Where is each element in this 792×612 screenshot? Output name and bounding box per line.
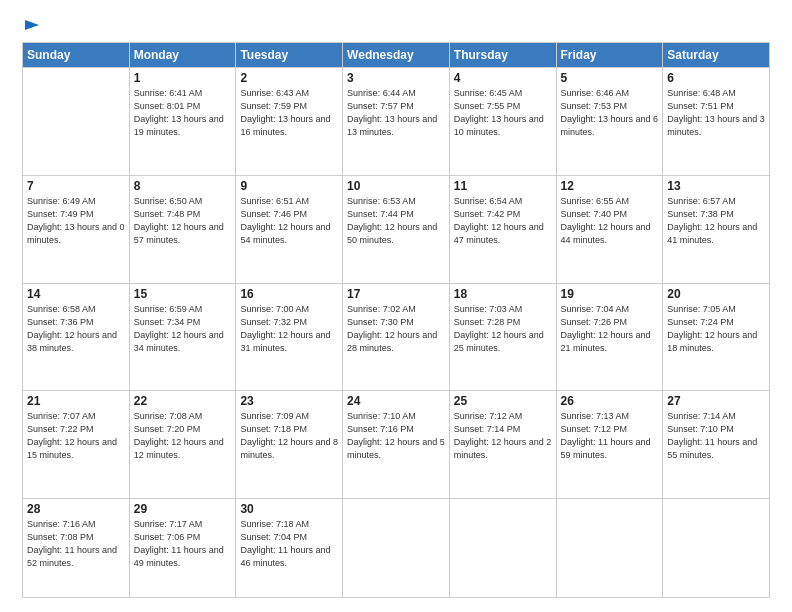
sunset-text: Sunset: 7:59 PM: [240, 101, 307, 111]
daylight-text: Daylight: 12 hours and 38 minutes.: [27, 330, 117, 353]
day-info: Sunrise: 7:04 AMSunset: 7:26 PMDaylight:…: [561, 303, 659, 355]
sunrise-text: Sunrise: 6:45 AM: [454, 88, 523, 98]
calendar-day-cell: 11Sunrise: 6:54 AMSunset: 7:42 PMDayligh…: [449, 175, 556, 283]
sunrise-text: Sunrise: 6:48 AM: [667, 88, 736, 98]
sunset-text: Sunset: 7:34 PM: [134, 317, 201, 327]
calendar-day-cell: 24Sunrise: 7:10 AMSunset: 7:16 PMDayligh…: [343, 391, 450, 499]
sunrise-text: Sunrise: 6:59 AM: [134, 304, 203, 314]
daylight-text: Daylight: 12 hours and 18 minutes.: [667, 330, 757, 353]
logo-flag-icon: [23, 18, 41, 36]
page: SundayMondayTuesdayWednesdayThursdayFrid…: [0, 0, 792, 612]
calendar-day-cell: 4Sunrise: 6:45 AMSunset: 7:55 PMDaylight…: [449, 68, 556, 176]
sunset-text: Sunset: 7:04 PM: [240, 532, 307, 542]
day-number: 22: [134, 394, 232, 408]
sunrise-text: Sunrise: 7:03 AM: [454, 304, 523, 314]
day-number: 10: [347, 179, 445, 193]
svg-marker-0: [25, 20, 39, 30]
calendar-week-row: 28Sunrise: 7:16 AMSunset: 7:08 PMDayligh…: [23, 499, 770, 598]
day-info: Sunrise: 7:12 AMSunset: 7:14 PMDaylight:…: [454, 410, 552, 462]
sunrise-text: Sunrise: 6:57 AM: [667, 196, 736, 206]
day-info: Sunrise: 6:59 AMSunset: 7:34 PMDaylight:…: [134, 303, 232, 355]
daylight-text: Daylight: 12 hours and 57 minutes.: [134, 222, 224, 245]
day-number: 19: [561, 287, 659, 301]
day-number: 21: [27, 394, 125, 408]
daylight-text: Daylight: 13 hours and 0 minutes.: [27, 222, 125, 245]
calendar-day-cell: 14Sunrise: 6:58 AMSunset: 7:36 PMDayligh…: [23, 283, 130, 391]
day-info: Sunrise: 7:00 AMSunset: 7:32 PMDaylight:…: [240, 303, 338, 355]
sunrise-text: Sunrise: 6:43 AM: [240, 88, 309, 98]
daylight-text: Daylight: 13 hours and 13 minutes.: [347, 114, 437, 137]
day-info: Sunrise: 6:53 AMSunset: 7:44 PMDaylight:…: [347, 195, 445, 247]
day-info: Sunrise: 6:51 AMSunset: 7:46 PMDaylight:…: [240, 195, 338, 247]
calendar-day-cell: [23, 68, 130, 176]
calendar-week-row: 1Sunrise: 6:41 AMSunset: 8:01 PMDaylight…: [23, 68, 770, 176]
sunset-text: Sunset: 7:51 PM: [667, 101, 734, 111]
day-info: Sunrise: 6:54 AMSunset: 7:42 PMDaylight:…: [454, 195, 552, 247]
calendar-week-row: 7Sunrise: 6:49 AMSunset: 7:49 PMDaylight…: [23, 175, 770, 283]
sunset-text: Sunset: 7:53 PM: [561, 101, 628, 111]
day-info: Sunrise: 6:44 AMSunset: 7:57 PMDaylight:…: [347, 87, 445, 139]
sunset-text: Sunset: 7:16 PM: [347, 424, 414, 434]
day-number: 3: [347, 71, 445, 85]
sunrise-text: Sunrise: 7:09 AM: [240, 411, 309, 421]
daylight-text: Daylight: 12 hours and 2 minutes.: [454, 437, 552, 460]
daylight-text: Daylight: 13 hours and 16 minutes.: [240, 114, 330, 137]
sunset-text: Sunset: 7:30 PM: [347, 317, 414, 327]
day-number: 23: [240, 394, 338, 408]
calendar-day-cell: 15Sunrise: 6:59 AMSunset: 7:34 PMDayligh…: [129, 283, 236, 391]
weekday-header-cell: Monday: [129, 43, 236, 68]
daylight-text: Daylight: 11 hours and 59 minutes.: [561, 437, 651, 460]
weekday-header-cell: Saturday: [663, 43, 770, 68]
calendar-day-cell: [556, 499, 663, 598]
calendar-week-row: 14Sunrise: 6:58 AMSunset: 7:36 PMDayligh…: [23, 283, 770, 391]
day-info: Sunrise: 7:03 AMSunset: 7:28 PMDaylight:…: [454, 303, 552, 355]
day-info: Sunrise: 6:46 AMSunset: 7:53 PMDaylight:…: [561, 87, 659, 139]
sunset-text: Sunset: 7:36 PM: [27, 317, 94, 327]
weekday-header-cell: Tuesday: [236, 43, 343, 68]
day-info: Sunrise: 6:45 AMSunset: 7:55 PMDaylight:…: [454, 87, 552, 139]
day-number: 11: [454, 179, 552, 193]
day-number: 7: [27, 179, 125, 193]
calendar-day-cell: 18Sunrise: 7:03 AMSunset: 7:28 PMDayligh…: [449, 283, 556, 391]
calendar-day-cell: 12Sunrise: 6:55 AMSunset: 7:40 PMDayligh…: [556, 175, 663, 283]
daylight-text: Daylight: 13 hours and 10 minutes.: [454, 114, 544, 137]
daylight-text: Daylight: 12 hours and 15 minutes.: [27, 437, 117, 460]
daylight-text: Daylight: 12 hours and 5 minutes.: [347, 437, 445, 460]
sunrise-text: Sunrise: 6:44 AM: [347, 88, 416, 98]
day-number: 29: [134, 502, 232, 516]
sunrise-text: Sunrise: 7:16 AM: [27, 519, 96, 529]
calendar-day-cell: 28Sunrise: 7:16 AMSunset: 7:08 PMDayligh…: [23, 499, 130, 598]
day-info: Sunrise: 6:50 AMSunset: 7:48 PMDaylight:…: [134, 195, 232, 247]
sunset-text: Sunset: 7:12 PM: [561, 424, 628, 434]
day-info: Sunrise: 7:02 AMSunset: 7:30 PMDaylight:…: [347, 303, 445, 355]
calendar-day-cell: [663, 499, 770, 598]
calendar-day-cell: 27Sunrise: 7:14 AMSunset: 7:10 PMDayligh…: [663, 391, 770, 499]
sunset-text: Sunset: 7:14 PM: [454, 424, 521, 434]
day-info: Sunrise: 6:58 AMSunset: 7:36 PMDaylight:…: [27, 303, 125, 355]
daylight-text: Daylight: 12 hours and 34 minutes.: [134, 330, 224, 353]
daylight-text: Daylight: 12 hours and 50 minutes.: [347, 222, 437, 245]
calendar-day-cell: 5Sunrise: 6:46 AMSunset: 7:53 PMDaylight…: [556, 68, 663, 176]
calendar-body: 1Sunrise: 6:41 AMSunset: 8:01 PMDaylight…: [23, 68, 770, 598]
daylight-text: Daylight: 11 hours and 46 minutes.: [240, 545, 330, 568]
daylight-text: Daylight: 12 hours and 47 minutes.: [454, 222, 544, 245]
day-number: 5: [561, 71, 659, 85]
calendar-table: SundayMondayTuesdayWednesdayThursdayFrid…: [22, 42, 770, 598]
sunset-text: Sunset: 7:22 PM: [27, 424, 94, 434]
calendar-day-cell: 29Sunrise: 7:17 AMSunset: 7:06 PMDayligh…: [129, 499, 236, 598]
calendar-day-cell: [449, 499, 556, 598]
daylight-text: Daylight: 13 hours and 19 minutes.: [134, 114, 224, 137]
day-info: Sunrise: 6:57 AMSunset: 7:38 PMDaylight:…: [667, 195, 765, 247]
day-number: 8: [134, 179, 232, 193]
day-info: Sunrise: 7:13 AMSunset: 7:12 PMDaylight:…: [561, 410, 659, 462]
day-number: 14: [27, 287, 125, 301]
sunrise-text: Sunrise: 6:53 AM: [347, 196, 416, 206]
daylight-text: Daylight: 11 hours and 49 minutes.: [134, 545, 224, 568]
day-number: 12: [561, 179, 659, 193]
calendar-day-cell: 19Sunrise: 7:04 AMSunset: 7:26 PMDayligh…: [556, 283, 663, 391]
day-number: 6: [667, 71, 765, 85]
calendar-day-cell: 22Sunrise: 7:08 AMSunset: 7:20 PMDayligh…: [129, 391, 236, 499]
sunset-text: Sunset: 7:10 PM: [667, 424, 734, 434]
calendar-day-cell: 17Sunrise: 7:02 AMSunset: 7:30 PMDayligh…: [343, 283, 450, 391]
daylight-text: Daylight: 11 hours and 52 minutes.: [27, 545, 117, 568]
